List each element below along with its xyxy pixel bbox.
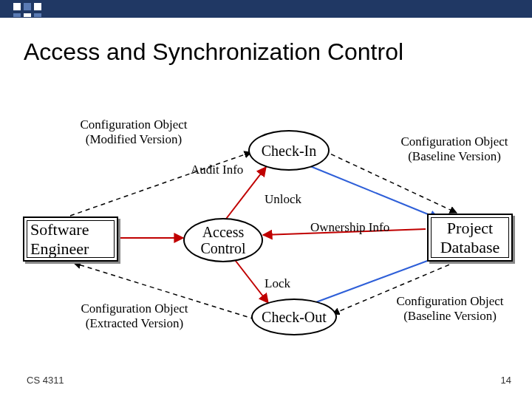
label-config-baseline-bottom: Configuration Object (Baseline Version) bbox=[387, 294, 513, 323]
label-config-extracted: Configuration Object (Extracted Version) bbox=[69, 301, 200, 330]
svg-line-7 bbox=[70, 152, 251, 216]
node-software-engineer-inner bbox=[27, 220, 115, 258]
node-label: Check-In bbox=[262, 143, 316, 159]
node-project-database-inner bbox=[431, 217, 509, 258]
label-ownership-info: Ownership Info bbox=[310, 220, 389, 235]
label-config-baseline-top: Configuration Object (Baseline Version) bbox=[392, 134, 517, 163]
node-label: Check-Out bbox=[262, 309, 327, 325]
footer-course: CS 4311 bbox=[27, 375, 64, 386]
label-unlock: Unlock bbox=[265, 192, 301, 207]
label-audit-info: Audit Info bbox=[191, 163, 243, 177]
label-lock: Lock bbox=[265, 276, 290, 291]
node-check-in: Check-In bbox=[248, 130, 330, 171]
label-config-modified: Configuration Object (Modified Version) bbox=[71, 117, 197, 146]
node-check-out: Check-Out bbox=[251, 299, 337, 335]
svg-line-13 bbox=[310, 166, 439, 219]
node-access-control: Access Control bbox=[183, 218, 263, 262]
footer-page-number: 14 bbox=[501, 375, 511, 386]
node-label: Access Control bbox=[200, 224, 245, 256]
svg-line-12 bbox=[233, 257, 268, 303]
